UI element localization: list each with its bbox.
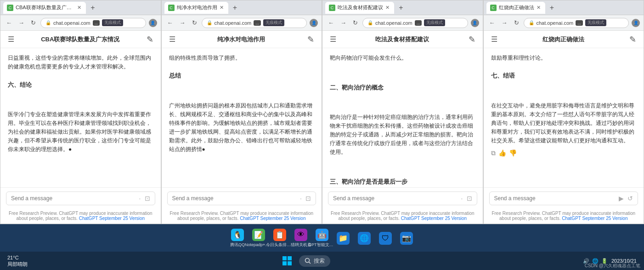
url-text-3: chat.openai.com xyxy=(375,20,412,26)
profile-avatar-1[interactable]: 👤 xyxy=(149,19,157,27)
active-tab-3[interactable]: C 吃法及食材搭配建议 ✕ xyxy=(325,2,394,14)
address-bar-2: ← → ↻ 🔒 chat.openai.com ... 无痕模式 👤 xyxy=(162,15,322,31)
menu-icon-4[interactable]: ☰ xyxy=(491,35,497,44)
refresh-button-3[interactable]: ↻ xyxy=(351,18,360,27)
tab-close-4[interactable]: ✕ xyxy=(537,5,541,11)
menu-icon-1[interactable]: ☰ xyxy=(8,35,14,44)
taskbar-app-camera[interactable]: 📷 xyxy=(397,229,416,248)
copy-icon[interactable]: ⧉ xyxy=(491,148,496,158)
title-bar-3: C 吃法及食材搭配建议 ✕ + xyxy=(322,0,483,15)
message-input-3[interactable] xyxy=(333,195,458,202)
message-input-row-1: · ⊡ xyxy=(6,191,155,205)
active-tab-1[interactable]: C CBA联赛球队数量及广东情况 ✕ xyxy=(3,2,86,14)
new-tab-button-3[interactable]: + xyxy=(396,3,406,13)
back-button-3[interactable]: ← xyxy=(326,18,336,27)
lock-icon-2: 🔒 xyxy=(207,20,212,25)
url-text-2: chat.openai.com xyxy=(215,20,252,26)
footer-link-1[interactable]: ChatGPT September 25 Version xyxy=(79,216,145,221)
send-button-4[interactable]: ▶ xyxy=(619,195,624,202)
private-badge-4: 无痕模式 xyxy=(585,19,606,26)
taskbar-app-gpt[interactable]: 🤖 GPT智能文文文音 xyxy=(312,229,332,248)
input-action-icon-3[interactable]: ⊡ xyxy=(467,195,472,202)
new-tab-button-4[interactable]: + xyxy=(547,3,557,13)
taskbar-app-edge-browser[interactable]: 🌐 xyxy=(355,229,374,248)
windows-start-button[interactable] xyxy=(280,253,294,268)
message-input-2[interactable] xyxy=(172,195,297,202)
menu-icon-3[interactable]: ☰ xyxy=(330,35,336,44)
back-button-2[interactable]: ← xyxy=(165,18,175,27)
taskbar-search[interactable]: 搜索 xyxy=(299,255,330,267)
thumbs-up-icon[interactable]: 👍 xyxy=(498,148,506,158)
taskbar-left: 21°C 局部晴朗 xyxy=(7,254,28,268)
message-input-row-4: ▶ ↺ xyxy=(489,191,638,205)
active-tab-2[interactable]: C 纯净水对电池作用 ✕ xyxy=(164,2,228,14)
edge-browser-icon: 🌐 xyxy=(358,232,371,245)
search-label: 搜索 xyxy=(314,257,325,265)
refresh-button-1[interactable]: ↻ xyxy=(29,18,38,27)
new-chat-button-3[interactable]: ✎ xyxy=(469,34,475,45)
send-button-2[interactable]: · xyxy=(300,195,302,202)
weather-temp: 21°C xyxy=(7,254,28,261)
footer-link-2[interactable]: ChatGPT September 25 Version xyxy=(240,216,305,221)
address-bar-4: ← → ↻ 🔒 chat.openai.com ... 无痕模式 👤 xyxy=(484,15,644,31)
send-button-1[interactable]: · xyxy=(139,195,141,202)
input-action-icon-4[interactable]: ↺ xyxy=(627,195,633,202)
tab-title-3: 吃法及食材搭配建议 xyxy=(338,4,383,11)
url-box-4[interactable]: 🔒 chat.openai.com ... 无痕模式 xyxy=(524,18,629,28)
tab-favicon-4: C xyxy=(490,5,497,11)
forward-button-1[interactable]: → xyxy=(17,18,26,27)
footer-link-4[interactable]: ChatGPT September 25 Version xyxy=(562,216,627,221)
chat-footer-3: Free Research Preview. ChatGPT may produ… xyxy=(322,209,483,224)
chat-content-2: 组的特殊性质而导致了拥挤。总结广州地铁站拥挤问题的根本原因包括城市人口和通勤需求… xyxy=(162,48,322,187)
footer-link-3[interactable]: ChatGPT September 25 Version xyxy=(401,216,467,221)
tab-close-2[interactable]: ✕ xyxy=(220,5,224,11)
tab-close-1[interactable]: ✕ xyxy=(77,5,81,11)
profile-avatar-2[interactable]: 👤 xyxy=(310,19,318,27)
thumbs-down-icon[interactable]: 👎 xyxy=(509,148,517,158)
browsers-row: C CBA联赛球队数量及广东情况 ✕ + ← → ↻ 🔒 chat.openai… xyxy=(0,0,644,224)
new-tab-button-1[interactable]: + xyxy=(88,3,98,13)
taskbar-app-qq[interactable]: 🐧 腾讯QQ xyxy=(228,229,247,248)
eye-app-icon: 👁 xyxy=(294,229,307,241)
new-tab-button-2[interactable]: + xyxy=(230,3,240,13)
profile-avatar-3[interactable]: 👤 xyxy=(471,19,479,27)
chat-content-3: 靶向药物治疗可能会发生什么。二、靶向治疗的概念靶向治疗是一种针对特定癌症细胞的治… xyxy=(322,48,483,187)
csdn-badge: CSDN @六久稻魂器点工笔 xyxy=(585,263,640,269)
tab-title-2: 纯净水对电池作用 xyxy=(177,4,217,11)
back-button-1[interactable]: ← xyxy=(4,18,14,27)
new-chat-button-1[interactable]: ✎ xyxy=(147,34,153,45)
input-action-icon-1[interactable]: ⊡ xyxy=(145,195,150,202)
forward-button-4[interactable]: → xyxy=(500,18,509,27)
forward-button-2[interactable]: → xyxy=(178,18,187,27)
taskbar-app-notepad++[interactable]: 📝 Notepadp+...文档整合收藏... xyxy=(249,229,268,248)
taskbar-app-eye[interactable]: 👁 猎聘关机音 xyxy=(291,229,311,248)
refresh-button-2[interactable]: ↻ xyxy=(190,18,199,27)
profile-avatar-4[interactable]: 👤 xyxy=(632,19,640,27)
forward-button-3[interactable]: → xyxy=(339,18,348,27)
taskbar-app-security[interactable]: 🛡 xyxy=(376,229,395,248)
new-chat-button-2[interactable]: ✎ xyxy=(307,34,314,45)
url-box-2[interactable]: 🔒 chat.openai.com ... 无痕模式 xyxy=(202,18,307,28)
chat-title-4: 红烧肉正确做法 xyxy=(502,35,625,44)
message-input-1[interactable] xyxy=(11,195,136,202)
browser-window-1: C CBA联赛球队数量及广东情况 ✕ + ← → ↻ 🔒 chat.openai… xyxy=(0,0,161,224)
schedule-app-icon: 📋 xyxy=(273,229,286,241)
security-icon: 🛡 xyxy=(379,232,392,245)
taskbar-app-schedule[interactable]: 📋 今日头条排版文档整合收藏...PowerBI ... xyxy=(270,229,289,248)
new-chat-button-4[interactable]: ✎ xyxy=(629,34,636,45)
message-input-row-2: · ⊡ xyxy=(167,191,316,205)
ext-badge-2: ... xyxy=(254,20,261,26)
send-button-3[interactable]: · xyxy=(461,195,463,202)
browser-window-3: C 吃法及食材搭配建议 ✕ + ← → ↻ 🔒 chat.openai.com … xyxy=(322,0,483,224)
back-button-4[interactable]: ← xyxy=(487,18,497,27)
input-action-icon-2[interactable]: ⊡ xyxy=(305,195,311,202)
active-tab-4[interactable]: C 红烧肉正确做法 ✕ xyxy=(486,2,545,14)
refresh-button-4[interactable]: ↻ xyxy=(512,18,521,27)
menu-icon-2[interactable]: ☰ xyxy=(169,35,175,44)
url-box-3[interactable]: 🔒 chat.openai.com ... 无痕模式 xyxy=(362,18,468,28)
tab-close-3[interactable]: ✕ xyxy=(385,5,390,11)
tab-favicon-2: C xyxy=(168,5,175,11)
url-box-1[interactable]: 🔒 chat.openai.com ... 无痕模式 xyxy=(40,18,146,28)
taskbar-app-file-explorer[interactable]: 📁 xyxy=(333,229,353,248)
message-input-4[interactable] xyxy=(494,195,616,202)
